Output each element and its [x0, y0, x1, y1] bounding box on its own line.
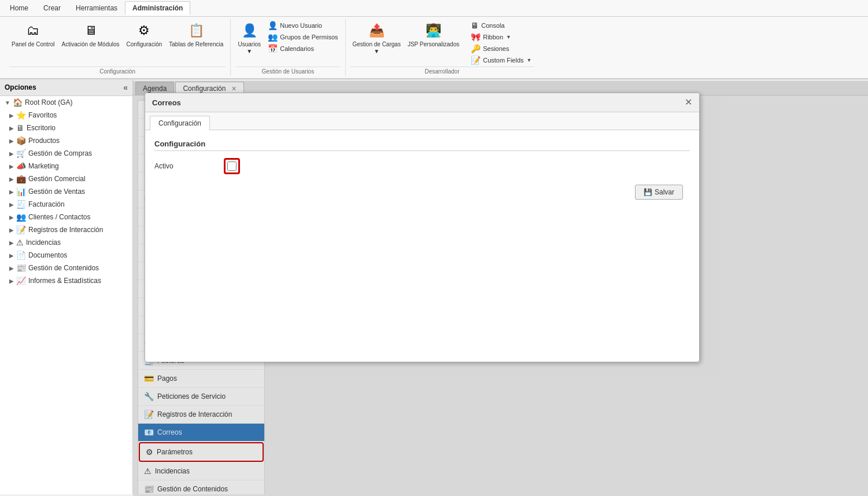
ribbon-item-sesiones[interactable]: 🔑 Sesiones: [468, 43, 534, 54]
configuracion-icon: ⚙: [135, 21, 153, 40]
documentos-expand-icon: ▶: [9, 252, 14, 259]
top-menubar: Home Crear Herramientas Administración: [0, 0, 868, 17]
sidebar-item-registros-interaccion[interactable]: ▶ 📝 Registros de Interacción: [0, 223, 132, 236]
gestion-comercial-expand-icon: ▶: [9, 176, 14, 182]
menu-tab-administracion[interactable]: Administración: [125, 1, 190, 15]
ribbon-item-tablas-referencia[interactable]: 📋 Tablas de Referencia: [167, 20, 226, 49]
modal-header: Correos ✕: [145, 93, 699, 112]
marketing-icon: 📣: [16, 161, 26, 171]
usuarios-icon: 👤: [240, 21, 258, 40]
save-button[interactable]: 💾 Salvar: [635, 185, 683, 200]
ribbon-item-consola[interactable]: 🖥 Consola: [468, 20, 534, 31]
gestion-comercial-icon: 💼: [16, 174, 26, 183]
ribbon-group-items-configuracion: 🗂 Panel de Control 🖥 Activación de Módul…: [9, 20, 226, 65]
gestion-contenidos-label: Gestión de Contenidos: [28, 264, 99, 272]
grupos-permisos-icon: 👥: [268, 32, 278, 42]
incidencias-icon: ⚠: [16, 238, 24, 247]
root-icon: 🏠: [13, 98, 23, 107]
ribbon-item-jsp-personalizados[interactable]: 👨‍💻 JSP Personalizados: [405, 20, 461, 49]
sidebar-item-productos[interactable]: ▶ 📦 Productos: [0, 134, 132, 147]
gestion-ventas-label: Gestión de Ventas: [28, 188, 85, 196]
ribbon-label: Ribbon: [483, 34, 503, 41]
facturacion-label: Facturación: [28, 200, 65, 208]
sidebar-item-favoritos[interactable]: ▶ ⭐ Favoritos: [0, 109, 132, 122]
sidebar-item-gestion-contenidos[interactable]: ▶ 📰 Gestión de Contenidos: [0, 262, 132, 274]
registros-label: Registros de Interacción: [28, 226, 103, 234]
sidebar-item-escritorio[interactable]: ▶ 🖥 Escritorio: [0, 122, 132, 134]
documentos-label: Documentos: [28, 251, 67, 259]
ribbon-item-custom-fields[interactable]: 📝 Custom Fields ▼: [468, 55, 534, 65]
gestion-cargas-icon: 📤: [367, 21, 386, 40]
sidebar-item-marketing[interactable]: ▶ 📣 Marketing: [0, 160, 132, 172]
sidebar-header-label: Opciones: [5, 83, 36, 91]
ribbon-group-desarrollador: 📤 Gestion de Cargas▼ 👨‍💻 JSP Personaliza…: [346, 19, 539, 76]
ribbon-group-label-gestion-usuarios: Gestión de Usuarios: [235, 67, 340, 75]
sidebar-item-gestion-comercial[interactable]: ▶ 💼 Gestión Comercial: [0, 172, 132, 185]
ribbon-group-items-gestion-usuarios: 👤 Usuarios▼ 👤 Nuevo Usuario 👥 Grupos de …: [235, 20, 340, 65]
gestion-contenidos-icon: 📰: [16, 263, 26, 273]
ribbon-small-group-desarrollador: 🖥 Consola 🎀 Ribbon ▼ 🔑 Sesiones 📝 Custom…: [468, 20, 534, 65]
escritorio-label: Escritorio: [27, 124, 56, 132]
modal-content: Configuración Activo 💾 Salvar: [145, 130, 699, 362]
custom-fields-label: Custom Fields: [483, 57, 523, 64]
main-container: Opciones « ▼ 🏠 Root Root (GA) ▶ ⭐ Favori…: [0, 79, 868, 494]
save-icon: 💾: [644, 188, 652, 196]
productos-expand-icon: ▶: [9, 138, 14, 144]
nuevo-usuario-icon: 👤: [268, 21, 278, 30]
ribbon-group-label-desarrollador: Desarrollador: [350, 67, 534, 75]
sidebar-collapse-btn[interactable]: «: [123, 83, 128, 92]
jsp-personalizados-label: JSP Personalizados: [408, 41, 459, 48]
marketing-label: Marketing: [28, 162, 59, 170]
sidebar-item-documentos[interactable]: ▶ 📄 Documentos: [0, 249, 132, 262]
informes-expand-icon: ▶: [9, 278, 14, 284]
registros-expand-icon: ▶: [9, 227, 14, 233]
ribbon-small-group-usuarios: 👤 Nuevo Usuario 👥 Grupos de Permisos 📅 C…: [265, 20, 340, 54]
sidebar-item-facturacion[interactable]: ▶ 🧾 Facturación: [0, 198, 132, 211]
sidebar-header: Opciones «: [0, 79, 132, 96]
sidebar-item-gestion-ventas[interactable]: ▶ 📊 Gestión de Ventas: [0, 185, 132, 198]
gestion-contenidos-expand-icon: ▶: [9, 265, 14, 271]
menu-tab-herramientas[interactable]: Herramientas: [68, 1, 125, 15]
sidebar-item-root[interactable]: ▼ 🏠 Root Root (GA): [0, 96, 132, 109]
ribbon-item-nuevo-usuario[interactable]: 👤 Nuevo Usuario: [265, 20, 340, 31]
ribbon-item-calendarios[interactable]: 📅 Calendarios: [265, 43, 340, 54]
favoritos-label: Favoritos: [28, 111, 57, 119]
productos-label: Productos: [28, 137, 60, 145]
root-expand-icon: ▼: [5, 100, 10, 106]
sidebar-item-clientes-contactos[interactable]: ▶ 👥 Clientes / Contactos: [0, 211, 132, 223]
ribbon-item-ribbon[interactable]: 🎀 Ribbon ▼: [468, 32, 534, 42]
activacion-modulos-label: Activación de Módulos: [62, 41, 120, 48]
calendarios-label: Calendarios: [280, 45, 314, 52]
ribbon-dropdown-icon: ▼: [506, 34, 511, 40]
clientes-expand-icon: ▶: [9, 214, 14, 221]
sidebar-item-incidencias[interactable]: ▶ ⚠ Incidencias: [0, 236, 132, 249]
ribbon-item-grupos-permisos[interactable]: 👥 Grupos de Permisos: [265, 32, 340, 42]
consola-icon: 🖥: [471, 21, 479, 30]
sidebar-item-gestion-compras[interactable]: ▶ 🛒 Gestión de Compras: [0, 147, 132, 160]
menu-tab-home[interactable]: Home: [2, 1, 36, 15]
modal-footer: 💾 Salvar: [154, 180, 690, 207]
marketing-expand-icon: ▶: [9, 163, 14, 170]
ribbon-item-panel-control[interactable]: 🗂 Panel de Control: [9, 20, 57, 49]
ribbon-item-configuracion[interactable]: ⚙ Configuración: [124, 20, 165, 49]
ribbon-item-activacion-modulos[interactable]: 🖥 Activación de Módulos: [60, 20, 122, 49]
sidebar: Opciones « ▼ 🏠 Root Root (GA) ▶ ⭐ Favori…: [0, 79, 133, 494]
activo-checkbox[interactable]: [227, 161, 237, 171]
modal-close-btn[interactable]: ✕: [685, 98, 692, 107]
tablas-referencia-label: Tablas de Referencia: [169, 41, 223, 48]
facturacion-icon: 🧾: [16, 200, 26, 209]
gestion-compras-icon: 🛒: [16, 149, 26, 158]
modal-overlay: Correos ✕ Configuración Configuración Ac…: [133, 81, 868, 494]
ribbon-group-configuracion: 🗂 Panel de Control 🖥 Activación de Módul…: [5, 19, 231, 76]
menu-tab-crear[interactable]: Crear: [36, 1, 68, 15]
ribbon-group-items-desarrollador: 📤 Gestion de Cargas▼ 👨‍💻 JSP Personaliza…: [350, 20, 534, 65]
activo-checkbox-wrapper: [224, 158, 240, 174]
modal-body: Configuración Configuración Activo: [145, 112, 699, 362]
sidebar-item-informes-estadisticas[interactable]: ▶ 📈 Informes & Estadísticas: [0, 274, 132, 287]
ribbon-item-usuarios[interactable]: 👤 Usuarios▼: [235, 20, 263, 56]
modal-tab-configuracion[interactable]: Configuración: [150, 116, 210, 130]
ribbon: 🗂 Panel de Control 🖥 Activación de Módul…: [0, 17, 868, 79]
ribbon-item-gestion-cargas[interactable]: 📤 Gestion de Cargas▼: [350, 20, 403, 56]
productos-icon: 📦: [16, 136, 26, 145]
activacion-modulos-icon: 🖥: [82, 21, 100, 40]
